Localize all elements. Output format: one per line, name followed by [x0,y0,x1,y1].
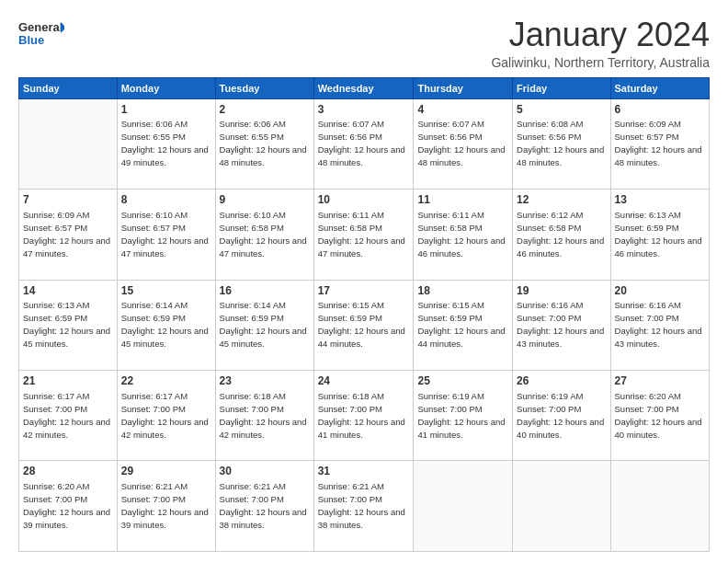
day-number: 20 [615,283,705,299]
calendar-cell [513,461,610,552]
day-info: Sunrise: 6:07 AMSunset: 6:56 PMDaylight:… [417,119,505,167]
day-number: 5 [517,102,606,118]
calendar-cell: 27 Sunrise: 6:20 AMSunset: 7:00 PMDaylig… [610,371,709,461]
weekday-header-thursday: Thursday [414,77,513,98]
day-info: Sunrise: 6:10 AMSunset: 6:57 PMDaylight:… [121,210,209,259]
svg-text:General: General [18,20,63,34]
day-info: Sunrise: 6:15 AMSunset: 6:59 PMDaylight:… [318,300,405,349]
day-info: Sunrise: 6:06 AMSunset: 6:55 PMDaylight:… [121,119,209,167]
day-info: Sunrise: 6:11 AMSunset: 6:58 PMDaylight:… [318,210,405,259]
day-number: 23 [220,373,310,389]
day-number: 11 [417,192,508,208]
day-info: Sunrise: 6:09 AMSunset: 6:57 PMDaylight:… [23,210,110,259]
calendar-cell: 30 Sunrise: 6:21 AMSunset: 7:00 PMDaylig… [215,461,313,552]
weekday-header-saturday: Saturday [610,77,709,98]
day-number: 16 [220,283,310,299]
calendar-cell: 6 Sunrise: 6:09 AMSunset: 6:57 PMDayligh… [610,98,709,189]
day-info: Sunrise: 6:09 AMSunset: 6:57 PMDaylight:… [615,119,702,167]
month-title: January 2024 [491,17,710,53]
day-number: 22 [121,373,211,389]
day-info: Sunrise: 6:12 AMSunset: 6:58 PMDaylight:… [517,210,604,259]
day-info: Sunrise: 6:20 AMSunset: 7:00 PMDaylight:… [23,481,110,530]
day-number: 30 [220,464,310,479]
calendar-cell: 20 Sunrise: 6:16 AMSunset: 7:00 PMDaylig… [610,280,709,370]
calendar-cell: 11 Sunrise: 6:11 AMSunset: 6:58 PMDaylig… [414,190,513,280]
day-number: 21 [23,373,113,389]
calendar-cell: 1 Sunrise: 6:06 AMSunset: 6:55 PMDayligh… [117,98,215,189]
day-number: 31 [318,464,410,479]
calendar-cell: 31 Sunrise: 6:21 AMSunset: 7:00 PMDaylig… [313,461,414,552]
day-number: 18 [417,283,508,299]
day-info: Sunrise: 6:07 AMSunset: 6:56 PMDaylight:… [318,119,405,167]
calendar-cell: 29 Sunrise: 6:21 AMSunset: 7:00 PMDaylig… [117,461,215,552]
calendar-week-3: 14 Sunrise: 6:13 AMSunset: 6:59 PMDaylig… [19,280,710,370]
weekday-header-friday: Friday [513,77,610,98]
calendar-cell: 8 Sunrise: 6:10 AMSunset: 6:57 PMDayligh… [117,190,215,280]
day-number: 27 [615,373,705,389]
calendar-cell: 28 Sunrise: 6:20 AMSunset: 7:00 PMDaylig… [19,461,118,552]
calendar-cell: 24 Sunrise: 6:18 AMSunset: 7:00 PMDaylig… [313,371,414,461]
day-info: Sunrise: 6:18 AMSunset: 7:00 PMDaylight:… [220,391,307,440]
calendar-cell [414,461,513,552]
day-info: Sunrise: 6:21 AMSunset: 7:00 PMDaylight:… [220,481,307,530]
day-number: 6 [615,102,705,118]
calendar-cell: 25 Sunrise: 6:19 AMSunset: 7:00 PMDaylig… [414,371,513,461]
day-number: 8 [121,192,211,208]
logo-svg: General Blue [18,17,64,52]
day-info: Sunrise: 6:08 AMSunset: 6:56 PMDaylight:… [517,119,604,167]
day-number: 9 [220,192,310,208]
calendar-cell: 15 Sunrise: 6:14 AMSunset: 6:59 PMDaylig… [117,280,215,370]
day-info: Sunrise: 6:06 AMSunset: 6:55 PMDaylight:… [220,119,307,167]
day-number: 1 [121,102,211,118]
calendar-week-5: 28 Sunrise: 6:20 AMSunset: 7:00 PMDaylig… [19,461,710,552]
logo: General Blue [18,17,64,52]
calendar-week-1: 1 Sunrise: 6:06 AMSunset: 6:55 PMDayligh… [19,98,710,189]
day-number: 13 [615,192,705,208]
day-info: Sunrise: 6:19 AMSunset: 7:00 PMDaylight:… [517,391,604,440]
day-info: Sunrise: 6:21 AMSunset: 7:00 PMDaylight:… [318,481,405,530]
day-info: Sunrise: 6:20 AMSunset: 7:00 PMDaylight:… [615,391,702,440]
day-number: 24 [318,373,410,389]
calendar-cell: 5 Sunrise: 6:08 AMSunset: 6:56 PMDayligh… [513,98,610,189]
calendar-cell: 3 Sunrise: 6:07 AMSunset: 6:56 PMDayligh… [313,98,414,189]
weekday-header-monday: Monday [117,77,215,98]
weekday-header-tuesday: Tuesday [215,77,313,98]
day-info: Sunrise: 6:14 AMSunset: 6:59 PMDaylight:… [121,300,209,349]
day-number: 3 [318,102,410,118]
calendar-cell: 21 Sunrise: 6:17 AMSunset: 7:00 PMDaylig… [19,371,118,461]
day-info: Sunrise: 6:11 AMSunset: 6:58 PMDaylight:… [417,210,505,259]
day-info: Sunrise: 6:16 AMSunset: 7:00 PMDaylight:… [615,300,702,349]
day-number: 19 [517,283,606,299]
calendar-cell: 23 Sunrise: 6:18 AMSunset: 7:00 PMDaylig… [215,371,313,461]
weekday-header-wednesday: Wednesday [313,77,414,98]
calendar-cell: 18 Sunrise: 6:15 AMSunset: 6:59 PMDaylig… [414,280,513,370]
day-info: Sunrise: 6:21 AMSunset: 7:00 PMDaylight:… [121,481,209,530]
calendar-cell [610,461,709,552]
day-info: Sunrise: 6:18 AMSunset: 7:00 PMDaylight:… [318,391,405,440]
day-number: 10 [318,192,410,208]
svg-text:Blue: Blue [18,33,44,47]
title-block: January 2024 Galiwinku, Northern Territo… [491,17,710,70]
day-number: 12 [517,192,606,208]
day-number: 25 [417,373,508,389]
day-number: 15 [121,283,211,299]
day-number: 4 [417,102,508,118]
calendar-cell: 2 Sunrise: 6:06 AMSunset: 6:55 PMDayligh… [215,98,313,189]
day-number: 28 [23,464,113,479]
calendar-cell: 9 Sunrise: 6:10 AMSunset: 6:58 PMDayligh… [215,190,313,280]
calendar-cell: 13 Sunrise: 6:13 AMSunset: 6:59 PMDaylig… [610,190,709,280]
header: General Blue January 2024 Galiwinku, Nor… [18,17,710,70]
calendar-cell: 7 Sunrise: 6:09 AMSunset: 6:57 PMDayligh… [19,190,118,280]
day-info: Sunrise: 6:10 AMSunset: 6:58 PMDaylight:… [220,210,307,259]
day-number: 2 [220,102,310,118]
location-title: Galiwinku, Northern Territory, Australia [491,55,710,70]
calendar-cell: 4 Sunrise: 6:07 AMSunset: 6:56 PMDayligh… [414,98,513,189]
day-info: Sunrise: 6:19 AMSunset: 7:00 PMDaylight:… [417,391,505,440]
page: General Blue January 2024 Galiwinku, Nor… [0,0,728,563]
day-number: 26 [517,373,606,389]
calendar-cell: 26 Sunrise: 6:19 AMSunset: 7:00 PMDaylig… [513,371,610,461]
day-number: 17 [318,283,410,299]
day-info: Sunrise: 6:16 AMSunset: 7:00 PMDaylight:… [517,300,604,349]
day-number: 7 [23,192,113,208]
calendar-table: SundayMondayTuesdayWednesdayThursdayFrid… [18,77,710,552]
